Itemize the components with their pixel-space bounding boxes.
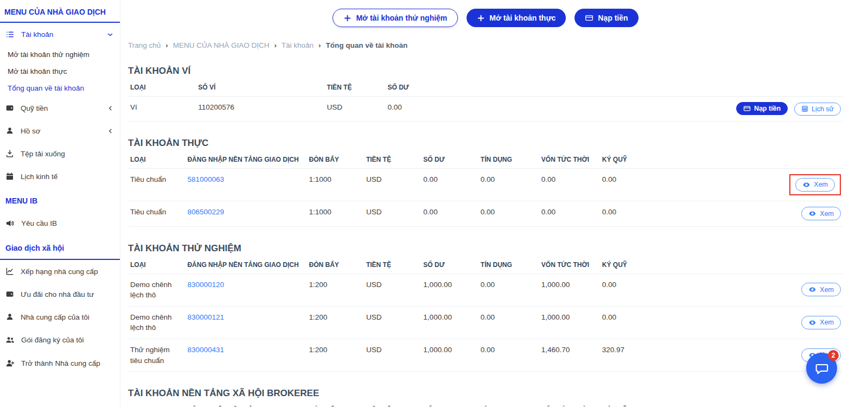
account-login-link[interactable]: 806500229: [187, 208, 224, 216]
table-row: Tiêu chuẩn 806500229 1:1000 USD 0.00 0.0…: [128, 201, 843, 227]
cell-balance: 0.00: [385, 97, 450, 122]
breadcrumb: Trang chủ › MENU CỦA NHÀ GIAO DỊCH › Tài…: [128, 41, 843, 49]
cell-type: Demo chênh lệch thô: [128, 274, 185, 306]
card-icon: [585, 14, 593, 22]
sidebar-item-provider-rating[interactable]: Xếp hạng nhà cung cấp: [0, 260, 120, 283]
breadcrumb-separator-icon: ›: [165, 42, 168, 49]
cell-currency: USD: [364, 168, 421, 201]
sidebar-subitem-open-demo-account[interactable]: Mở tài khoản thử nghiệm: [0, 46, 120, 63]
breadcrumb-trader-menu[interactable]: MENU CỦA NHÀ GIAO DỊCH: [173, 41, 270, 49]
cell-login: 581000063: [185, 168, 307, 201]
view-button[interactable]: Xem: [801, 283, 841, 296]
column-header: SỐ VÍ: [196, 78, 324, 97]
plus-icon: [343, 14, 352, 22]
social-platform-accounts-section: TÀI KHOẢN NỀN TẢNG XÃ HỘI BROKEREE LOẠI …: [128, 388, 843, 407]
wallet-history-button[interactable]: Lịch sử: [794, 103, 841, 116]
section-title: TÀI KHOẢN VÍ: [128, 66, 843, 77]
section-title: TÀI KHOẢN THỰC: [128, 138, 843, 149]
column-header-actions: [657, 150, 843, 169]
cell-currency: USD: [364, 339, 421, 371]
list-icon: [5, 30, 15, 39]
sidebar-item-label: Yêu cầu IB: [21, 219, 57, 227]
column-header: SỐ DƯ: [421, 400, 478, 407]
column-header: ĐÒN BẨY: [307, 400, 363, 407]
column-header: TIỀN TỆ: [364, 150, 421, 169]
breadcrumb-home[interactable]: Trang chủ: [128, 41, 161, 49]
wallet-account-section: TÀI KHOẢN VÍ LOẠI SỐ VÍ TIỀN TỆ SỐ DƯ Ví: [128, 66, 843, 122]
account-login-link[interactable]: 830000431: [187, 346, 224, 354]
cell-type: Tiêu chuẩn: [128, 168, 185, 201]
view-button-label: Xem: [820, 210, 834, 218]
chat-launcher-button[interactable]: 2: [806, 353, 837, 384]
column-header: KÝ QUỸ: [600, 400, 657, 407]
deposit-button[interactable]: Nạp tiền: [575, 9, 638, 27]
sidebar-subitem-open-real-account[interactable]: Mở tài khoản thực: [0, 63, 120, 80]
cell-balance: 0.00: [421, 168, 478, 201]
column-header: SỐ DƯ: [385, 78, 450, 97]
breadcrumb-accounts[interactable]: Tài khoản: [282, 41, 314, 49]
account-login-link[interactable]: 830000120: [187, 281, 224, 289]
sidebar-item-ib-request[interactable]: Yêu cầu IB: [0, 212, 120, 235]
open-demo-account-button[interactable]: Mở tài khoản thử nghiệm: [333, 9, 458, 27]
view-button[interactable]: Xem: [801, 207, 841, 220]
open-real-account-label: Mở tài khoản thực: [489, 14, 556, 22]
sidebar-item-downloads[interactable]: Tệp tải xuống: [0, 142, 120, 165]
sidebar-item-accounts[interactable]: Tài khoản: [0, 23, 120, 46]
cell-currency: USD: [324, 97, 385, 122]
section-title: TÀI KHOẢN THỬ NGHIỆM: [128, 243, 843, 254]
cell-credit: 0.00: [478, 306, 539, 339]
cell-type: Thử nghiệm tiêu chuẩn: [128, 339, 185, 371]
column-header: TIỀN TỆ: [364, 400, 421, 407]
chat-unread-badge: 2: [828, 350, 839, 361]
column-header: VỐN TỨC THỜI: [539, 150, 600, 169]
plus-icon: [477, 14, 485, 22]
cell-login: 806500229: [185, 201, 307, 227]
column-header: KÝ QUỸ: [600, 255, 657, 274]
sidebar-item-my-providers[interactable]: Nhà cung cấp của tôi: [0, 306, 120, 328]
cell-credit: 0.00: [478, 168, 539, 201]
column-header: TIỀN TỆ: [364, 255, 421, 274]
wallet-deposit-button[interactable]: Nạp tiền: [736, 102, 788, 115]
column-header: LOẠI: [128, 400, 185, 407]
table-row: Thử nghiệm tiêu chuẩn 830000431 1:200 US…: [128, 339, 843, 371]
cell-leverage: 1:1000: [307, 168, 363, 201]
sidebar-item-label: Hồ sơ: [21, 127, 41, 135]
view-button[interactable]: Xem: [801, 316, 841, 329]
cell-leverage: 1:200: [307, 306, 363, 339]
trader-menu-title: MENU CỦA NHÀ GIAO DỊCH: [0, 0, 120, 23]
sidebar-subitem-account-overview[interactable]: Tổng quan về tài khoản: [0, 80, 120, 97]
account-login-link[interactable]: 581000063: [187, 175, 224, 183]
sidebar-item-label: Xếp hạng nhà cung cấp: [21, 268, 98, 276]
table-row: Demo chênh lệch thô 830000121 1:200 USD …: [128, 306, 843, 339]
sidebar-item-become-provider[interactable]: Trở thành Nhà cung cấp: [0, 352, 120, 375]
column-header-actions: [450, 78, 843, 97]
cell-login: 830000120: [185, 274, 307, 306]
cell-leverage: 1:200: [307, 274, 363, 306]
eye-icon: [808, 285, 816, 294]
open-real-account-button[interactable]: Mở tài khoản thực: [467, 9, 566, 27]
sidebar-item-economic-calendar[interactable]: Lịch kinh tế: [0, 165, 120, 188]
column-header: ĐÒN BẨY: [307, 255, 363, 274]
sidebar-item-my-subscriptions[interactable]: Gói đăng ký của tôi: [0, 328, 120, 352]
column-header: TÍN DỤNG: [478, 400, 539, 407]
cell-type: Demo chênh lệch thô: [128, 306, 185, 339]
view-button[interactable]: Xem: [795, 178, 835, 192]
column-header: LOẠI: [128, 255, 185, 274]
account-login-link[interactable]: 830000121: [187, 313, 224, 321]
user-icon: [5, 126, 14, 135]
cell-credit: 0.00: [478, 339, 539, 371]
sidebar-item-label: Lịch kinh tế: [21, 173, 58, 181]
sidebar-item-funds[interactable]: Quỹ tiền: [0, 97, 120, 119]
cell-leverage: 1:1000: [307, 201, 363, 227]
column-header: ĐÒN BẨY: [307, 150, 363, 169]
cell-balance: 1,000.00: [421, 306, 478, 339]
breadcrumb-separator-icon: ›: [318, 42, 321, 49]
cell-login: 830000431: [185, 339, 307, 371]
main-content: Mở tài khoản thử nghiệm Mở tài khoản thự…: [120, 0, 868, 407]
sidebar-item-profile[interactable]: Hồ sơ: [0, 119, 120, 142]
grid-icon: [801, 105, 808, 112]
wallet-icon: [5, 290, 14, 298]
sidebar-item-investor-offers[interactable]: Ưu đãi cho nhà đầu tư: [0, 283, 120, 306]
cell-credit: 0.00: [478, 274, 539, 306]
view-button-label: Xem: [814, 181, 828, 188]
